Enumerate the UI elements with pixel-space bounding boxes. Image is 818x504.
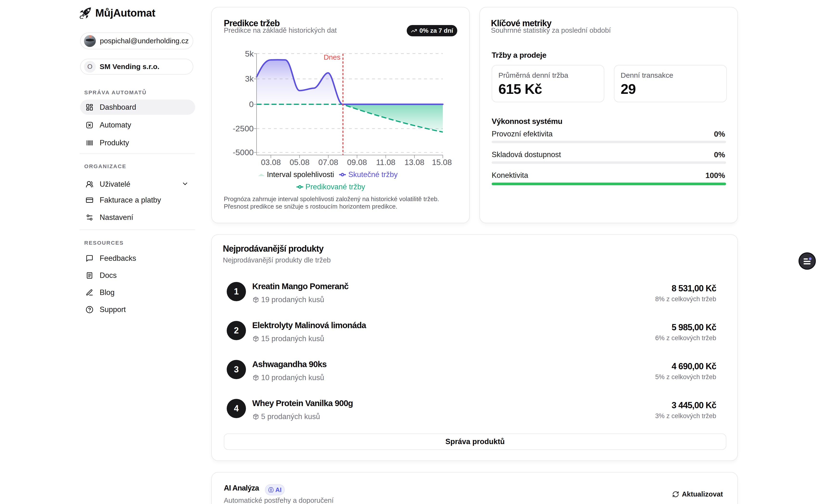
svg-text:5k: 5k [245,49,254,58]
svg-text:-2500: -2500 [233,124,254,133]
svg-text:0: 0 [249,100,254,109]
svg-text:15.08: 15.08 [432,158,452,167]
svg-text:13.08: 13.08 [404,158,425,167]
svg-text:05.08: 05.08 [290,158,310,167]
svg-text:Dnes: Dnes [324,53,340,61]
svg-text:09.08: 09.08 [347,158,367,167]
svg-text:-5000: -5000 [233,148,254,157]
svg-text:03.08: 03.08 [261,158,281,167]
svg-text:07.08: 07.08 [318,158,338,167]
svg-text:3k: 3k [245,74,254,83]
svg-text:11.08: 11.08 [376,158,395,167]
